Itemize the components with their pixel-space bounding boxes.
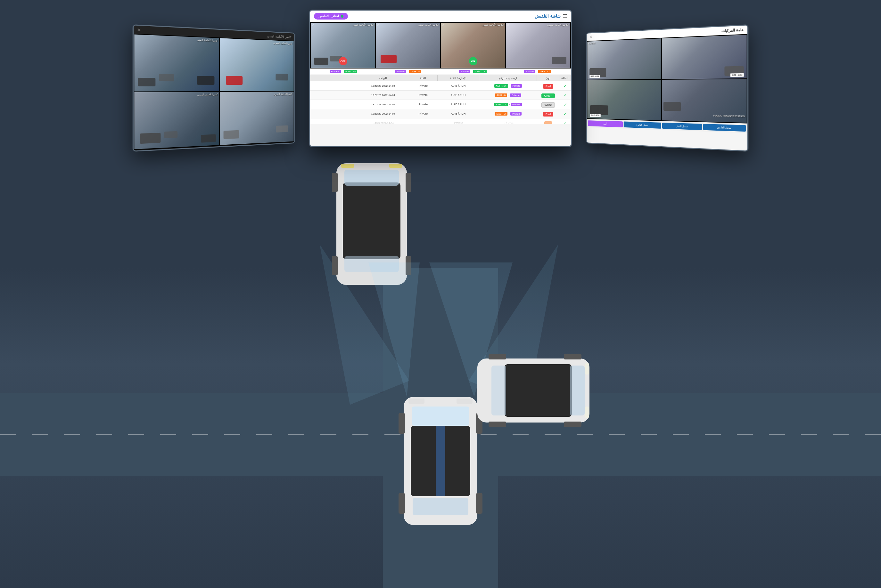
plate-cell-1: AUH - 14 - Private xyxy=(311,70,376,73)
col-plate: ارسمي / الرقم xyxy=(479,75,537,81)
cam-feed-label-4: الكاميرا الخلفية اليسرى xyxy=(547,24,569,26)
cam-feed-3: ⤢ الكاميرا الأمامية اليسرى ON xyxy=(441,23,505,68)
table-row-5-partial: ✓ ... UAE / ... Private 2022-14-04 13:5.… xyxy=(310,118,571,124)
table-row-4: ✓ Red DXB - O - Private UAE / AUH Privat… xyxy=(310,109,571,118)
left-monitor-title: كاميرا الأمامية اليمنى xyxy=(267,34,292,39)
col-color: لون xyxy=(537,75,559,81)
right-cam-tl: UAE-AUH 414-592 xyxy=(587,38,661,80)
plate-cell-3: AJM - 12 - Private xyxy=(441,70,505,73)
cam-label-br: كاميرا الخلفية اليسرى xyxy=(274,93,292,96)
cam-label-tl: كاميرا الأمامية اليمنى xyxy=(197,38,218,42)
on-button-3[interactable]: ON xyxy=(469,57,477,65)
cam-feed-2: ⤢ الكاميرا الخلفية اليمنى xyxy=(376,23,440,68)
plate-badge-orange-2: AUH - 8 xyxy=(409,70,421,73)
plate-private-3: Private xyxy=(459,70,470,73)
table-row-3: ✓ White AJM - 12 - Private UAE / AUH Pri… xyxy=(310,100,571,109)
row3-plate: AJM - 12 - Private xyxy=(479,101,537,108)
right-btn-2[interactable]: سجل التنبيل xyxy=(662,123,702,130)
cam-feed-expand-2[interactable]: ⤢ xyxy=(377,24,380,27)
cam-feed-label-2: الكاميرا الخلفية اليمنى xyxy=(418,24,439,26)
row4-color: Red xyxy=(537,109,559,118)
row4-plate: DXB - O - Private xyxy=(479,110,537,117)
menu-icon[interactable]: ☰ xyxy=(562,13,567,19)
cam-feed-expand-4[interactable]: ⤢ xyxy=(507,24,510,27)
road-marker-h xyxy=(0,434,881,435)
plate-private-1: Private xyxy=(330,70,341,73)
row1-color: Red xyxy=(537,81,559,90)
plate-row: AUH - 14 - Private AUH - 8 - Private AJM… xyxy=(310,69,571,75)
live-label: ايقاف التعليش xyxy=(319,14,339,18)
monitor-center: ☰ شاشة التلفيش ايقاف التعليش ⤢ الكاميرا … xyxy=(309,10,572,147)
monitor-left: كاميرا الأمامية اليمنى ✕ كاميرا الأمامية… xyxy=(132,24,295,152)
row3-time: 2022-14-04 13:52:23 xyxy=(358,102,409,108)
svg-rect-8 xyxy=(341,164,354,168)
row1-emirate: UAE / AUH xyxy=(437,82,479,89)
row3-category: Private xyxy=(409,101,437,108)
right-cam-bl: UAE-AJM xyxy=(587,80,661,120)
cam-label-tr: كاميرا الأمامية اليسرى xyxy=(273,42,292,45)
plate-dash-3: - xyxy=(471,70,472,73)
col-time: الوقت xyxy=(358,75,409,81)
row4-category: Private xyxy=(409,110,437,117)
right-btn-4[interactable]: أسد xyxy=(588,120,623,128)
row2-status: ✓ xyxy=(559,91,571,99)
right-btn-1[interactable]: سجل القانون xyxy=(703,124,746,132)
data-table: الحالة لون ارسمي / الرقم الإمارة / الفئة… xyxy=(310,75,571,124)
row1-plate: AUH - 14 - Private xyxy=(479,82,537,89)
right-cam-br: PUBLIC TRANSPORTATION xyxy=(662,79,747,123)
dash-title: ☰ شاشة التلفيش xyxy=(535,13,567,19)
table-row-2: ✓ Green AUH - 8 - Private UAE / AUH Priv… xyxy=(310,91,571,100)
live-badge[interactable]: ايقاف التعليش xyxy=(314,13,348,20)
right-monitor-title: عامة المركبات xyxy=(722,27,744,33)
left-monitor-icon: ✕ xyxy=(137,27,141,32)
cam-feed-expand-1[interactable]: ⤢ xyxy=(312,24,314,27)
plate-cell-2: AUH - 8 - Private xyxy=(376,70,440,73)
svg-rect-5 xyxy=(406,173,411,192)
plate-badge-orange-4: DXB - O xyxy=(538,70,551,73)
right-cam-time-tl: 414-592 xyxy=(588,42,595,45)
table-header-row: الحالة لون ارسمي / الرقم الإمارة / الفئة… xyxy=(310,75,571,81)
row3-emirate: UAE / AUH xyxy=(437,101,479,108)
col-category: الفئة xyxy=(409,75,437,81)
svg-rect-9 xyxy=(389,164,402,168)
table-row-1: ✓ Red AUH - 14 - Private UAE / AUH Priva… xyxy=(310,81,571,91)
off-button-1[interactable]: OFF xyxy=(339,57,347,65)
row2-emirate: UAE / AUH xyxy=(437,92,479,98)
row4-status: ✓ xyxy=(559,110,571,118)
right-cam-grid: UAE-AUH 414-592 UAE-DXB UAE-AJM PUBLIC T… xyxy=(587,34,747,123)
plate-dash-2: - xyxy=(407,70,408,73)
cam-cell-bl: كاميرا الخلفية اليمنى xyxy=(134,92,219,149)
plate-dash-4: - xyxy=(536,70,537,73)
road-scene xyxy=(0,268,881,588)
row2-category: Private xyxy=(409,92,437,98)
public-transport-label: PUBLIC TRANSPORTATION xyxy=(713,115,745,118)
cam-feed-1: ⤢ الكاميرا الأمامية اليمنى OFF xyxy=(311,23,375,68)
cam-feed-label-3: الكاميرا الأمامية اليسرى xyxy=(482,24,504,26)
row2-color: Green xyxy=(537,91,559,99)
row3-status: ✓ xyxy=(559,100,571,108)
svg-rect-4 xyxy=(332,173,338,192)
plate-private-2: Private xyxy=(395,70,406,73)
row2-plate: AUH - 8 - Private xyxy=(479,92,537,99)
right-cam-tr: UAE-DXB xyxy=(662,35,747,79)
plate-private-4: Private xyxy=(524,70,535,73)
col-emirate: الإمارة / الفئة xyxy=(437,75,479,81)
svg-rect-2 xyxy=(344,170,399,186)
right-cam-plate-tl: UAE-AUH xyxy=(589,75,600,78)
cam-feed-label-1: الكاميرا الأمامية اليمنى xyxy=(353,24,374,26)
cam-feed-expand-3[interactable]: ⤢ xyxy=(442,24,445,27)
row1-status: ✓ xyxy=(559,82,571,90)
right-cam-plate-tr: UAE-DXB xyxy=(731,73,744,77)
cam-feed-grid: ⤢ الكاميرا الأمامية اليمنى OFF ⤢ الكامير… xyxy=(310,22,571,69)
col-status: الحالة xyxy=(559,75,571,81)
cam-label-bl: كاميرا الخلفية اليمنى xyxy=(197,93,218,96)
cam-cell-tl: كاميرا الأمامية اليمنى xyxy=(134,34,219,92)
cam-cell-tr: كاميرا الأمامية اليسرى xyxy=(220,38,294,91)
row4-time: 2022-14-04 13:52:23 xyxy=(358,111,409,117)
monitors-container: كاميرا الأمامية اليمنى ✕ كاميرا الأمامية… xyxy=(0,10,881,147)
row4-emirate: UAE / AUH xyxy=(437,110,479,117)
plate-cell-4: DXB - O - Private xyxy=(505,70,570,73)
cam-cell-br: كاميرا الخلفية اليسرى xyxy=(220,92,294,145)
row3-color: White xyxy=(537,100,559,109)
right-btn-3[interactable]: سجل القانون xyxy=(624,122,661,128)
